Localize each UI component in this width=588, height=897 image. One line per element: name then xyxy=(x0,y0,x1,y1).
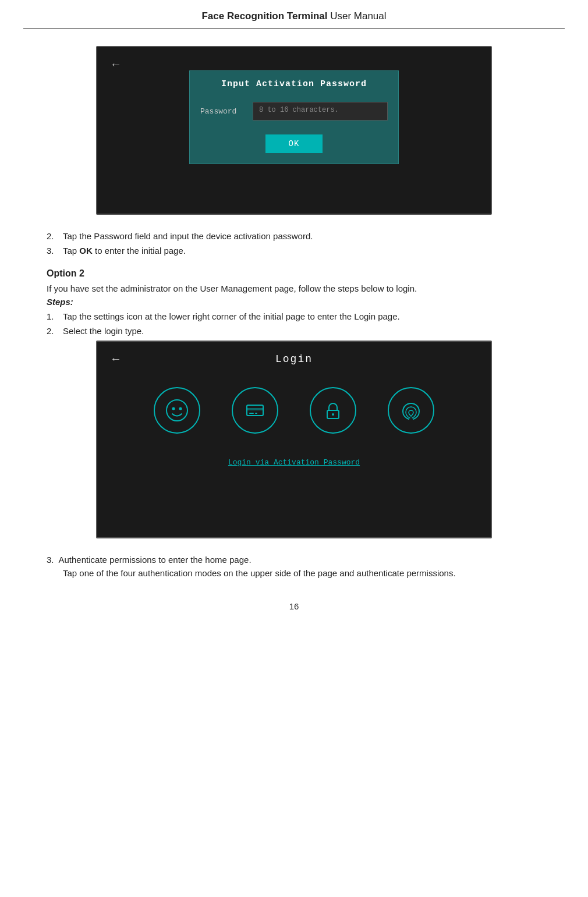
opt2-step1-text: Tap the settings icon at the lower right… xyxy=(63,311,400,321)
device-screen-2: ← Login xyxy=(96,341,492,538)
card-icon-circle[interactable] xyxy=(232,387,278,434)
opt2-step3a-text: Authenticate permissions to enter the ho… xyxy=(59,555,252,565)
svg-point-2 xyxy=(179,407,182,410)
step3-text: Tap OK to enter the initial page. xyxy=(63,246,186,256)
screen1-back-arrow: ← xyxy=(110,58,122,71)
svg-rect-6 xyxy=(255,413,257,414)
svg-rect-4 xyxy=(247,408,263,410)
page-number: 16 xyxy=(47,601,541,611)
screen2-back-arrow: ← xyxy=(110,352,122,366)
login-title: Login xyxy=(97,342,491,371)
svg-point-1 xyxy=(172,407,175,410)
face-icon-circle[interactable] xyxy=(154,387,200,434)
svg-point-0 xyxy=(167,400,187,421)
option2-intro: If you have set the administrator on the… xyxy=(47,283,541,293)
lock-icon xyxy=(320,398,346,423)
activation-dialog-input[interactable]: 8 to 16 characters. xyxy=(253,102,388,120)
step-2: 2. Tap the Password field and input the … xyxy=(47,231,541,241)
opt2-step2-text: Select the login type. xyxy=(63,326,144,336)
login-activation-link[interactable]: Login via Activation Password xyxy=(97,444,491,477)
step3-bold: OK xyxy=(79,246,93,256)
opt2-step-1: 1. Tap the settings icon at the lower ri… xyxy=(47,311,541,321)
header-title: Face Recognition Terminal User Manual xyxy=(201,10,386,22)
opt2-step-3: 3. Authenticate permissions to enter the… xyxy=(47,555,541,565)
header-title-normal: User Manual xyxy=(327,10,386,22)
fingerprint-icon xyxy=(398,398,424,423)
option2-heading: Option 2 xyxy=(47,268,541,279)
page-header: Face Recognition Terminal User Manual xyxy=(23,0,565,29)
header-title-bold: Face Recognition Terminal xyxy=(201,10,327,22)
step3-text2: to enter the initial page. xyxy=(93,246,186,256)
face-icon xyxy=(164,398,190,423)
steps-label: Steps: xyxy=(47,297,541,307)
card-icon xyxy=(242,398,268,423)
lock-icon-circle[interactable] xyxy=(310,387,356,434)
step-3: 3. Tap OK to enter the initial page. xyxy=(47,246,541,256)
opt2-step3-indent: Tap one of the four authentication modes… xyxy=(63,568,541,578)
svg-rect-5 xyxy=(249,413,254,414)
fingerprint-icon-circle[interactable] xyxy=(388,387,434,434)
opt2-step-2: 2. Select the login type. xyxy=(47,326,541,336)
main-content: ← Input Activation Password Password 8 t… xyxy=(0,29,588,634)
svg-point-8 xyxy=(332,413,334,416)
device-screen-1: ← Input Activation Password Password 8 t… xyxy=(96,46,492,215)
login-icons-row xyxy=(97,371,491,444)
activation-dialog: Input Activation Password Password 8 to … xyxy=(189,70,399,164)
activation-dialog-row: Password 8 to 16 characters. xyxy=(190,96,398,126)
activation-dialog-label: Password xyxy=(200,107,247,116)
activation-dialog-title: Input Activation Password xyxy=(190,71,398,96)
step2-text: Tap the Password field and input the dev… xyxy=(63,231,313,241)
ok-button[interactable]: OK xyxy=(265,134,323,153)
